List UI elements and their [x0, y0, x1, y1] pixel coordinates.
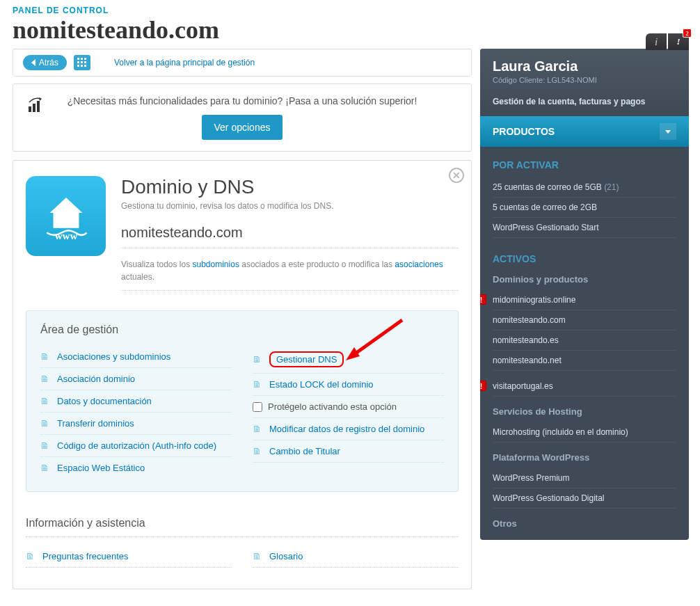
svg-rect-9 [29, 106, 31, 112]
sidebar: Laura Garcia Código Cliente: LGL543-NOMI… [480, 49, 689, 540]
www-icon: www [26, 176, 106, 256]
doc-icon: 🗎 [40, 374, 50, 384]
sidebar-domain-item[interactable]: nomitesteando.es [493, 330, 676, 351]
desc-text: Visualiza todos los [121, 260, 193, 269]
activos-title: ACTIVOS [493, 253, 676, 264]
sidebar-domain-item[interactable]: nomitesteando.net [493, 351, 676, 371]
doc-icon: 🗎 [253, 446, 262, 456]
upsell-box: ¿Necesitas más funcionalidades para tu d… [13, 83, 472, 152]
ver-opciones-button[interactable]: Ver opciones [202, 115, 283, 140]
desc-text: actuales. [121, 272, 154, 282]
doc-icon: 🗎 [40, 396, 50, 406]
svg-rect-1 [81, 58, 83, 60]
alert-icon: ! [480, 294, 486, 305]
sidebar-wp-item[interactable]: WordPress Gestionado Digital [493, 488, 676, 509]
svg-rect-10 [33, 104, 35, 112]
doc-icon: 🗎 [26, 551, 35, 561]
sidebar-domain-item[interactable]: !visitaportugal.es [493, 376, 676, 397]
por-activar-title: POR ACTIVAR [493, 159, 676, 170]
estado-lock-link[interactable]: Estado LOCK del dominio [269, 379, 374, 390]
info-assistance-title: Información y asistencia [26, 517, 459, 537]
client-code: Código Cliente: LGL543-NOMI [493, 76, 676, 84]
alert-tab[interactable]: ! 2 [668, 33, 689, 50]
info-assistance-section: Información y asistencia 🗎Preguntas frec… [26, 517, 459, 568]
gestionar-dns-highlight: Gestionar DNS [269, 351, 344, 367]
hosting-title: Servicios de Hosting [493, 406, 676, 417]
chevron-down-icon [660, 123, 676, 140]
domain-dns-panel: ✕ www Dominio y DNS Gestiona tu dominio,… [13, 160, 472, 589]
transferir-dominios-link[interactable]: Transferir dominios [57, 418, 134, 429]
svg-rect-2 [84, 58, 86, 60]
doc-icon: 🗎 [253, 551, 262, 561]
cambio-titular-link[interactable]: Cambio de Titular [269, 446, 340, 456]
alert-icon: ! [480, 381, 486, 391]
page-title: nomitesteando.com [0, 15, 700, 49]
svg-rect-0 [77, 58, 79, 60]
doc-icon: 🗎 [40, 440, 50, 451]
svg-rect-5 [84, 61, 86, 63]
sidebar-item-pending[interactable]: 5 cuentas de correo de 2GB [493, 198, 676, 218]
otros-title: Otros [493, 518, 676, 529]
desc-text: asociados a este producto o modifica las [239, 260, 395, 269]
sidebar-item-pending[interactable]: WordPress Gestionado Start [493, 218, 676, 238]
upsell-text: ¿Necesitas más funcionalidades para tu d… [23, 95, 461, 106]
protect-checkbox[interactable] [253, 402, 262, 412]
back-to-main-link[interactable]: Volver a la página principal de gestión [114, 58, 255, 67]
espacio-web-estatico-link[interactable]: Espacio Web Estático [57, 463, 145, 473]
datos-documentacion-link[interactable]: Datos y documentación [57, 396, 152, 406]
sidebar-domain-item[interactable]: !midominiogratis.online [493, 290, 676, 310]
management-area-title: Área de gestión [40, 324, 444, 336]
asociaciones-subdominios-link[interactable]: Asociaciones y subdominios [57, 351, 170, 362]
domain-name-heading: nomitesteando.com [121, 225, 459, 248]
back-button-label: Atrás [39, 58, 58, 67]
doc-icon: 🗎 [253, 424, 262, 434]
chart-icon [29, 97, 47, 112]
sidebar-domain-item[interactable]: nomitesteando.com [493, 310, 676, 330]
sidebar-wp-item[interactable]: WordPress Premium [493, 468, 676, 488]
protect-label: Protégelo activando esta opción [268, 401, 397, 412]
svg-rect-11 [37, 101, 40, 112]
svg-rect-3 [77, 61, 79, 63]
grid-icon [77, 58, 87, 67]
doc-icon: 🗎 [40, 351, 50, 362]
wordpress-title: Plataforma WordPress [493, 452, 676, 463]
svg-rect-7 [81, 65, 83, 67]
panel-description: Visualiza todos los subdominios asociado… [121, 258, 459, 291]
sidebar-header: Laura Garcia Código Cliente: LGL543-NOMI… [480, 49, 689, 116]
management-left-col: 🗎Asociaciones y subdominios 🗎Asociación … [40, 346, 232, 479]
alert-badge: 2 [683, 29, 692, 38]
products-label: PRODUCTOS [493, 126, 555, 137]
svg-rect-4 [81, 61, 83, 63]
modificar-datos-link[interactable]: Modificar datos de registro del dominio [269, 424, 424, 434]
close-button[interactable]: ✕ [449, 168, 464, 183]
breadcrumb[interactable]: PANEL DE CONTROL [0, 0, 700, 15]
dominios-productos-title: Dominios y productos [493, 274, 676, 285]
doc-icon: 🗎 [40, 418, 50, 429]
doc-icon: 🗎 [253, 354, 262, 365]
management-area: Área de gestión 🗎Asociaciones y subdomin… [26, 310, 459, 492]
doc-icon: 🗎 [40, 463, 50, 473]
sidebar-item-pending[interactable]: 25 cuentas de correo de 5GB (21) [493, 177, 676, 198]
auth-info-code-link[interactable]: Código de autorización (Auth-info code) [57, 440, 216, 451]
grid-button[interactable] [74, 55, 90, 70]
sidebar-hosting-item[interactable]: Microhosting (incluido en el dominio) [493, 422, 676, 442]
doc-icon: 🗎 [253, 379, 262, 390]
gestionar-dns-link[interactable]: Gestionar DNS [276, 354, 337, 365]
faq-link[interactable]: Preguntas frecuentes [42, 551, 129, 561]
user-name: Laura Garcia [493, 58, 676, 74]
products-header[interactable]: PRODUCTOS [480, 116, 689, 147]
panel-title: Dominio y DNS [121, 176, 459, 198]
back-button[interactable]: Atrás [23, 55, 67, 70]
svg-rect-8 [84, 65, 86, 67]
subdominios-link[interactable]: subdominios [193, 260, 239, 269]
asociaciones-link[interactable]: asociaciones [395, 260, 443, 269]
account-management-link[interactable]: Gestión de la cuenta, facturas y pagos [493, 97, 676, 106]
management-right-col: 🗎Gestionar DNS 🗎Estado LOCK del dominio … [253, 346, 444, 479]
header-bar: Atrás Volver a la página principal de ge… [13, 49, 472, 77]
asociacion-dominio-link[interactable]: Asociación dominio [57, 374, 135, 384]
info-tab[interactable]: i [646, 33, 667, 50]
info-alert-tabs: i ! 2 [646, 33, 689, 50]
glosario-link[interactable]: Glosario [269, 551, 303, 561]
panel-subtitle: Gestiona tu dominio, revisa los datos o … [121, 201, 459, 211]
svg-rect-6 [77, 65, 79, 67]
